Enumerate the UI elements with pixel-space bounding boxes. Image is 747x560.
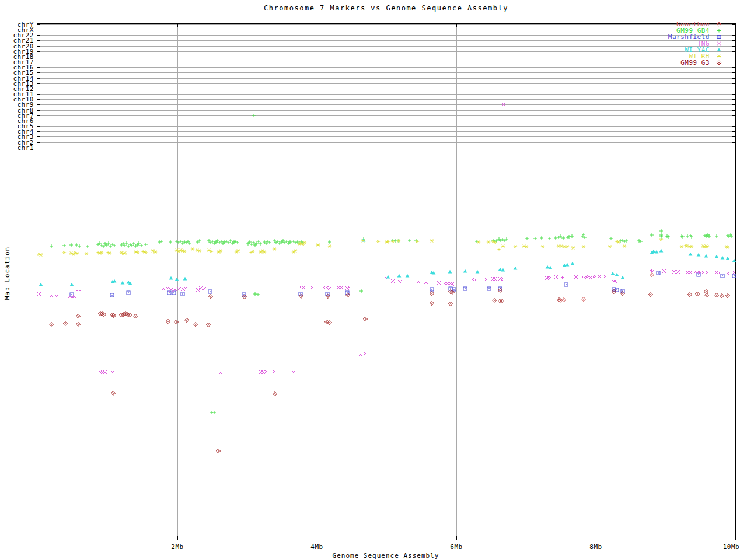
data-point [398, 280, 402, 284]
data-point [566, 245, 569, 248]
data-point [471, 278, 474, 281]
data-point [273, 247, 276, 250]
data-point [363, 317, 367, 321]
data-point [655, 250, 659, 254]
data-point [621, 276, 625, 279]
legend: GenethonGM99 GB4MarshfieldTNGWI YACWI RH… [668, 21, 722, 66]
data-point [111, 391, 115, 395]
data-point [259, 242, 262, 246]
data-point [50, 294, 53, 298]
data-point [62, 244, 66, 247]
data-point [252, 114, 256, 117]
square-dot-marker-icon [715, 34, 722, 40]
data-point [55, 295, 58, 298]
data-point [695, 292, 699, 296]
data-point [299, 294, 303, 298]
data-point [181, 292, 184, 296]
data-point [109, 244, 112, 248]
data-point [175, 278, 179, 281]
data-point [721, 256, 725, 260]
data-point [484, 278, 488, 281]
data-point [715, 271, 718, 274]
data-point [637, 239, 641, 243]
data-point [229, 239, 232, 243]
grid-layer [37, 23, 735, 540]
data-point [650, 272, 654, 276]
data-point [191, 247, 194, 250]
data-point [446, 282, 449, 285]
data-point [561, 298, 566, 302]
data-point [248, 240, 252, 244]
data-point [624, 239, 628, 243]
data-point [570, 235, 574, 238]
tick-label-6Mb: 6Mb [439, 544, 474, 551]
data-point [137, 242, 141, 245]
data-point [273, 370, 276, 373]
scatter-plot-canvas [0, 0, 747, 560]
data-point [49, 322, 53, 326]
asterisk-marker-icon [715, 53, 722, 60]
data-point [253, 243, 257, 247]
data-point [212, 411, 216, 414]
data-point [726, 272, 729, 275]
data-point [662, 270, 666, 273]
data-point [78, 289, 82, 292]
data-point [144, 243, 148, 246]
data-point [216, 449, 220, 453]
data-point [376, 240, 380, 243]
data-point [76, 322, 80, 326]
data-point [726, 257, 730, 260]
data-point [160, 240, 163, 243]
data-point [316, 243, 320, 246]
tick-label-chr1: chr1 [0, 145, 34, 151]
data-points-layer [37, 103, 736, 453]
data-point [598, 275, 601, 278]
data-point [609, 237, 613, 240]
data-point [672, 270, 676, 274]
data-point [255, 242, 259, 245]
legend-label: GM99 G3 [680, 60, 710, 66]
data-point [686, 271, 689, 274]
data-point [364, 352, 367, 355]
plot-border [37, 24, 736, 540]
data-point [310, 286, 314, 289]
data-point [337, 286, 340, 289]
data-point [430, 291, 434, 295]
data-point [75, 289, 79, 292]
data-point [533, 237, 537, 240]
data-point [725, 293, 729, 298]
data-point [540, 236, 543, 240]
data-point [111, 370, 114, 374]
series-gm99-g3 [49, 288, 729, 453]
data-point [188, 242, 191, 245]
data-point [162, 287, 165, 290]
data-point [549, 266, 553, 270]
tick-label-10Mb: 10Mb [714, 544, 747, 551]
data-point [689, 253, 693, 256]
data-point [474, 278, 477, 282]
data-point [561, 236, 565, 240]
data-point [340, 286, 343, 289]
data-point [448, 270, 452, 274]
data-point [501, 238, 504, 242]
data-point [397, 274, 402, 278]
tick-label-2Mb: 2Mb [160, 544, 195, 551]
data-point [50, 244, 53, 248]
data-point [501, 244, 505, 247]
data-point [256, 293, 260, 296]
data-point [133, 314, 137, 318]
data-point [548, 237, 551, 240]
data-point [328, 286, 331, 290]
data-point [525, 237, 529, 240]
data-point [571, 246, 575, 249]
data-point [554, 236, 557, 240]
data-point [611, 272, 615, 275]
tick-label-4Mb: 4Mb [299, 544, 334, 551]
data-point [463, 287, 467, 290]
x-axis-title: Genome Sequence Assembly [269, 552, 502, 559]
data-point [123, 244, 127, 247]
data-point [548, 276, 551, 280]
data-point [680, 245, 683, 248]
data-point [183, 277, 187, 281]
data-point [564, 283, 568, 286]
